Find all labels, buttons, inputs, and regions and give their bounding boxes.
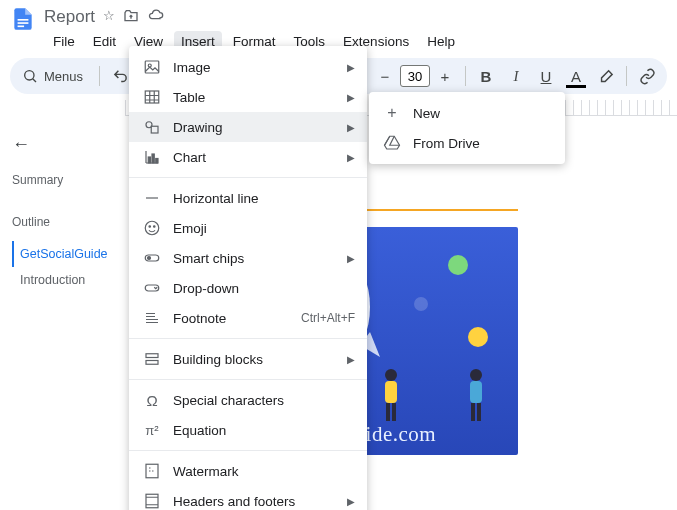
menu-item-watermark[interactable]: Watermark: [129, 456, 367, 486]
image-icon: [143, 58, 161, 76]
svg-rect-16: [386, 403, 390, 421]
menu-item-drawing[interactable]: Drawing▶: [129, 112, 367, 142]
dropdown-icon: [143, 279, 161, 297]
move-icon[interactable]: [123, 8, 139, 27]
font-size-decrease[interactable]: −: [371, 62, 399, 90]
menu-item-horizontal-line[interactable]: Horizontal line: [129, 183, 367, 213]
outline-panel: ← Summary Outline GetSocialGuide Introdu…: [0, 116, 132, 455]
bold-button[interactable]: B: [472, 62, 500, 90]
docs-logo[interactable]: [10, 6, 36, 28]
highlight-button[interactable]: [592, 62, 620, 90]
svg-point-14: [385, 369, 397, 381]
menu-item-drop-down[interactable]: Drop-down: [129, 273, 367, 303]
svg-rect-24: [145, 91, 159, 103]
search-menus[interactable]: Menus: [16, 62, 93, 90]
svg-rect-21: [477, 403, 481, 421]
cloud-status-icon[interactable]: [147, 8, 165, 27]
svg-rect-19: [470, 381, 482, 403]
menu-item-headers-and-footers[interactable]: Headers and footers▶: [129, 486, 367, 510]
star-icon[interactable]: ☆: [103, 8, 115, 27]
svg-point-30: [145, 221, 159, 235]
submenu-item-new[interactable]: +New: [369, 98, 565, 128]
svg-rect-15: [385, 381, 397, 403]
watermark-icon: [143, 462, 161, 480]
footnote-icon: [143, 309, 161, 327]
menu-item-image[interactable]: Image▶: [129, 52, 367, 82]
drawing-submenu: +NewFrom Drive: [369, 92, 565, 164]
menu-item-smart-chips[interactable]: Smart chips▶: [129, 243, 367, 273]
svg-rect-20: [471, 403, 475, 421]
chevron-right-icon: ▶: [347, 152, 355, 163]
svg-point-3: [25, 71, 34, 80]
chevron-right-icon: ▶: [347, 92, 355, 103]
underline-button[interactable]: U: [532, 62, 560, 90]
italic-button[interactable]: I: [502, 62, 530, 90]
plus-icon: +: [383, 104, 401, 122]
menu-item-equation[interactable]: π²Equation: [129, 415, 367, 445]
svg-rect-29: [156, 159, 158, 164]
chevron-right-icon: ▶: [347, 253, 355, 264]
svg-rect-27: [148, 157, 150, 163]
font-size-input[interactable]: [400, 65, 430, 87]
blocks-icon: [143, 350, 161, 368]
chips-icon: [143, 249, 161, 267]
svg-point-18: [470, 369, 482, 381]
drive-icon: [383, 134, 401, 152]
menu-item-special-characters[interactable]: ΩSpecial characters: [129, 385, 367, 415]
title-bar: Report ☆: [0, 0, 677, 30]
table-icon: [143, 88, 161, 106]
emoji-icon: [143, 219, 161, 237]
font-size-increase[interactable]: +: [431, 62, 459, 90]
svg-rect-22: [145, 61, 159, 73]
drawing-icon: [143, 118, 161, 136]
menu-help[interactable]: Help: [420, 31, 462, 52]
outline-item[interactable]: GetSocialGuide: [12, 241, 120, 267]
svg-rect-26: [151, 126, 158, 133]
svg-rect-2: [18, 26, 24, 28]
svg-rect-0: [18, 19, 29, 21]
svg-rect-1: [18, 22, 29, 24]
menu-item-chart[interactable]: Chart▶: [129, 142, 367, 172]
menu-item-emoji[interactable]: Emoji: [129, 213, 367, 243]
svg-rect-36: [146, 354, 158, 358]
menu-item-building-blocks[interactable]: Building blocks▶: [129, 344, 367, 374]
menu-item-footnote[interactable]: FootnoteCtrl+Alt+F: [129, 303, 367, 333]
outline-collapse-icon[interactable]: ←: [12, 134, 120, 155]
summary-label: Summary: [12, 173, 120, 187]
outline-item[interactable]: Introduction: [12, 267, 120, 293]
svg-point-34: [148, 257, 151, 260]
doc-title[interactable]: Report: [44, 7, 95, 27]
svg-rect-39: [146, 494, 158, 508]
hr-icon: [143, 189, 161, 207]
svg-rect-37: [146, 361, 158, 365]
outline-label: Outline: [12, 215, 120, 229]
headers-icon: [143, 492, 161, 510]
submenu-item-from-drive[interactable]: From Drive: [369, 128, 565, 158]
pi-icon: π²: [143, 421, 161, 439]
menu-edit[interactable]: Edit: [86, 31, 123, 52]
svg-rect-28: [152, 154, 154, 163]
chart-icon: [143, 148, 161, 166]
text-color-button[interactable]: A: [562, 62, 590, 90]
svg-rect-17: [392, 403, 396, 421]
svg-point-32: [154, 226, 156, 228]
chevron-right-icon: ▶: [347, 62, 355, 73]
omega-icon: Ω: [143, 391, 161, 409]
chevron-right-icon: ▶: [347, 122, 355, 133]
menu-item-table[interactable]: Table▶: [129, 82, 367, 112]
chevron-right-icon: ▶: [347, 354, 355, 365]
insert-link-button[interactable]: [633, 62, 661, 90]
svg-point-31: [149, 226, 151, 228]
menu-file[interactable]: File: [46, 31, 82, 52]
insert-dropdown: Image▶Table▶Drawing▶Chart▶Horizontal lin…: [129, 46, 367, 510]
chevron-right-icon: ▶: [347, 496, 355, 507]
